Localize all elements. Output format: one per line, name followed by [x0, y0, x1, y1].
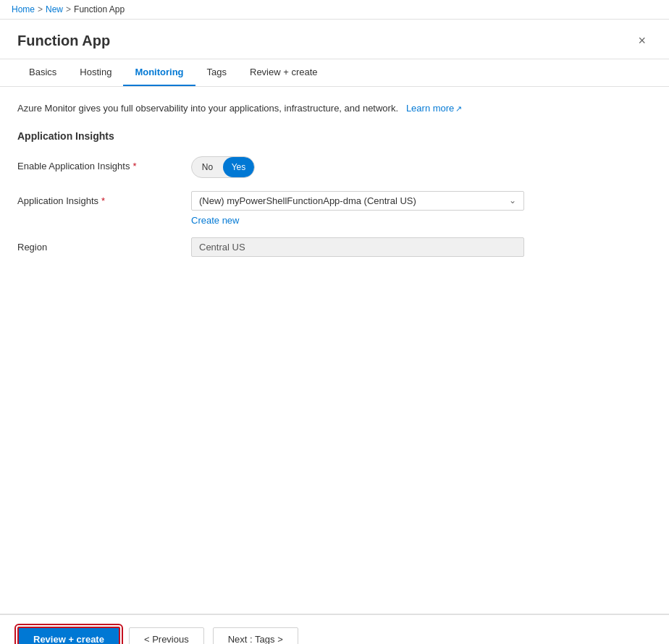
required-star-insights: * — [101, 195, 105, 206]
breadcrumb-home[interactable]: Home — [12, 4, 35, 14]
dialog-header: Function App × — [0, 20, 669, 59]
region-label: Region — [17, 237, 191, 253]
footer: Review + create < Previous Next : Tags > — [0, 614, 669, 644]
toggle-no[interactable]: No — [192, 157, 223, 177]
insights-dropdown-value: (New) myPowerShellFunctionApp-dma (Centr… — [199, 195, 416, 206]
close-button[interactable]: × — [632, 31, 652, 50]
region-control: Central US — [191, 237, 524, 257]
chevron-down-icon: ⌄ — [509, 195, 516, 206]
tabs-row: Basics Hosting Monitoring Tags Review + … — [0, 59, 669, 87]
required-star-enable: * — [132, 161, 136, 171]
insights-dropdown[interactable]: (New) myPowerShellFunctionApp-dma (Centr… — [191, 191, 524, 211]
enable-insights-toggle[interactable]: No Yes — [191, 156, 255, 178]
section-title: Application Insights — [17, 130, 652, 145]
breadcrumb-sep1: > — [38, 4, 43, 14]
content-area: Azure Monitor gives you full observabili… — [0, 87, 669, 614]
review-create-button[interactable]: Review + create — [17, 627, 120, 644]
dialog-title: Function App — [17, 33, 110, 49]
breadcrumb-new[interactable]: New — [46, 4, 63, 14]
insights-resource-row: Application Insights * (New) myPowerShel… — [17, 191, 652, 226]
create-new-link[interactable]: Create new — [191, 215, 524, 226]
info-text-block: Azure Monitor gives you full observabili… — [17, 101, 652, 116]
tab-tags[interactable]: Tags — [195, 59, 238, 86]
previous-button[interactable]: < Previous — [129, 627, 204, 644]
insights-resource-control: (New) myPowerShellFunctionApp-dma (Centr… — [191, 191, 524, 226]
learn-more-link[interactable]: Learn more — [406, 103, 454, 114]
info-description: Azure Monitor gives you full observabili… — [17, 103, 398, 114]
tab-basics[interactable]: Basics — [17, 59, 68, 86]
next-button[interactable]: Next : Tags > — [213, 627, 298, 644]
external-link-icon: ↗ — [455, 104, 462, 113]
tab-hosting[interactable]: Hosting — [68, 59, 123, 86]
region-row: Region Central US — [17, 237, 652, 260]
function-app-dialog: Function App × Basics Hosting Monitoring… — [0, 20, 669, 644]
breadcrumb: Home > New > Function App — [0, 0, 669, 20]
region-value: Central US — [191, 237, 524, 257]
tab-review-create[interactable]: Review + create — [238, 59, 329, 86]
tab-monitoring[interactable]: Monitoring — [123, 59, 195, 86]
toggle-yes[interactable]: Yes — [223, 157, 254, 177]
insights-resource-label: Application Insights * — [17, 191, 191, 206]
toggle-control: No Yes — [191, 156, 524, 178]
breadcrumb-current: Function App — [74, 4, 125, 14]
enable-insights-row: Enable Application Insights * No Yes — [17, 156, 652, 179]
breadcrumb-sep2: > — [66, 4, 71, 14]
enable-insights-label: Enable Application Insights * — [17, 156, 191, 171]
application-insights-section: Application Insights Enable Application … — [17, 130, 652, 260]
